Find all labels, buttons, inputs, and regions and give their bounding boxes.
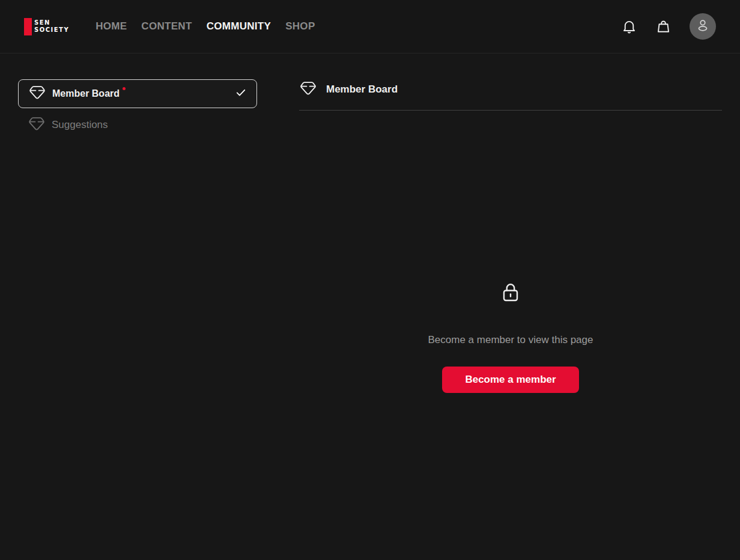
community-sidebar: Member Board Suggestions xyxy=(18,79,257,139)
nav-item-community[interactable]: COMMUNITY xyxy=(207,18,271,35)
person-icon xyxy=(694,17,711,36)
member-board-panel: Member Board Become a member to view thi… xyxy=(299,79,722,393)
sidebar-item-member-board[interactable]: Member Board xyxy=(18,79,257,108)
sidebar-item-label: Member Board xyxy=(52,88,120,99)
gem-icon xyxy=(28,84,46,104)
logo-line1: SEN xyxy=(34,19,69,26)
cart-button[interactable] xyxy=(655,19,672,35)
nav-item-shop[interactable]: SHOP xyxy=(285,18,315,35)
logo-text: SEN SOCIETY xyxy=(34,19,69,34)
topbar-actions xyxy=(621,13,716,40)
gem-icon xyxy=(28,115,46,135)
user-avatar[interactable] xyxy=(690,13,716,40)
panel-header: Member Board xyxy=(299,79,722,100)
panel-title: Member Board xyxy=(326,84,398,96)
locked-message: Become a member to view this page xyxy=(428,334,593,346)
logo-line2: SOCIETY xyxy=(34,26,69,34)
top-navigation-bar: SEN SOCIETY HOME CONTENT COMMUNITY SHOP xyxy=(0,0,740,53)
brand-logo[interactable]: SEN SOCIETY xyxy=(24,18,69,35)
main-nav: HOME CONTENT COMMUNITY SHOP xyxy=(96,18,315,35)
checkmark-icon xyxy=(235,87,247,101)
become-member-button[interactable]: Become a member xyxy=(442,367,578,393)
nav-item-content[interactable]: CONTENT xyxy=(141,18,192,35)
notifications-button[interactable] xyxy=(621,19,637,35)
sidebar-item-suggestions[interactable]: Suggestions xyxy=(18,111,257,139)
lock-icon xyxy=(499,280,523,306)
gem-icon xyxy=(299,79,317,100)
page-content: Member Board Suggestions xyxy=(0,53,740,393)
notification-dot xyxy=(123,87,126,90)
logo-red-mark xyxy=(24,18,32,35)
panel-divider xyxy=(299,110,722,111)
sidebar-item-label: Suggestions xyxy=(52,119,108,131)
bell-icon xyxy=(621,19,637,35)
locked-content: Become a member to view this page Become… xyxy=(299,280,722,393)
nav-item-home[interactable]: HOME xyxy=(96,18,127,35)
shopping-bag-icon xyxy=(655,19,672,35)
